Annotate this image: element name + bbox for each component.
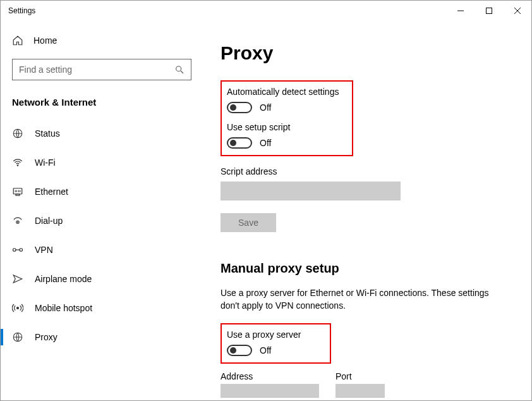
airplane-icon bbox=[12, 273, 23, 285]
use-proxy-state: Off bbox=[260, 345, 271, 355]
script-address-label: Script address bbox=[221, 166, 512, 176]
sidebar: Home Find a setting Network & Internet S… bbox=[1, 21, 203, 400]
main-panel: Proxy Automatically detect settings Off … bbox=[203, 21, 531, 400]
use-proxy-label: Use a proxy server bbox=[227, 330, 321, 340]
sidebar-item-label: Status bbox=[35, 128, 60, 139]
search-placeholder: Find a setting bbox=[19, 65, 72, 75]
use-proxy-toggle[interactable] bbox=[227, 345, 252, 356]
auto-detect-label: Automatically detect settings bbox=[227, 87, 343, 97]
settings-window: Settings Home Find a setting bbox=[0, 0, 532, 401]
svg-point-19 bbox=[17, 307, 19, 309]
address-label: Address bbox=[221, 371, 319, 381]
close-button[interactable] bbox=[503, 1, 531, 21]
search-icon bbox=[174, 65, 184, 75]
sidebar-section-title: Network & Internet bbox=[1, 88, 203, 119]
script-address-input[interactable] bbox=[221, 182, 401, 200]
svg-point-15 bbox=[17, 222, 18, 223]
sidebar-item-hotspot[interactable]: Mobile hotspot bbox=[1, 293, 203, 323]
setup-script-toggle[interactable] bbox=[227, 137, 252, 149]
manual-section-desc: Use a proxy server for Ethernet or Wi-Fi… bbox=[221, 287, 492, 312]
setup-script-state: Off bbox=[260, 138, 271, 148]
minimize-button[interactable] bbox=[446, 1, 475, 21]
wifi-icon bbox=[12, 157, 23, 168]
svg-rect-1 bbox=[486, 8, 492, 14]
vpn-icon bbox=[12, 245, 23, 254]
sidebar-item-vpn[interactable]: VPN bbox=[1, 235, 203, 264]
sidebar-item-label: Ethernet bbox=[35, 187, 68, 197]
auto-detect-toggle[interactable] bbox=[227, 102, 252, 113]
sidebar-item-ethernet[interactable]: Ethernet bbox=[1, 177, 203, 206]
window-controls bbox=[446, 1, 531, 21]
dialup-icon bbox=[12, 215, 23, 226]
sidebar-item-label: Dial-up bbox=[35, 216, 63, 226]
sidebar-item-label: Mobile hotspot bbox=[35, 303, 92, 313]
svg-point-17 bbox=[20, 249, 23, 252]
sidebar-nav: Status Wi-Fi Ethernet bbox=[1, 119, 203, 352]
svg-line-5 bbox=[181, 71, 183, 73]
sidebar-item-label: Airplane mode bbox=[35, 274, 92, 284]
status-icon bbox=[12, 128, 23, 139]
highlight-proxy-box: Use a proxy server Off bbox=[221, 323, 331, 364]
home-label: Home bbox=[33, 35, 57, 46]
search-input[interactable]: Find a setting bbox=[12, 59, 191, 80]
ethernet-icon bbox=[12, 186, 23, 197]
svg-point-4 bbox=[176, 66, 181, 71]
sidebar-item-proxy[interactable]: Proxy bbox=[1, 323, 203, 352]
hotspot-icon bbox=[12, 302, 23, 314]
sidebar-item-wifi[interactable]: Wi-Fi bbox=[1, 148, 203, 177]
window-title: Settings bbox=[8, 6, 35, 15]
maximize-button[interactable] bbox=[475, 1, 503, 21]
home-link[interactable]: Home bbox=[1, 27, 203, 54]
sidebar-item-airplane[interactable]: Airplane mode bbox=[1, 264, 203, 293]
port-input[interactable] bbox=[336, 384, 385, 398]
save-button[interactable]: Save bbox=[221, 213, 276, 232]
save-button-label: Save bbox=[238, 218, 258, 228]
svg-point-16 bbox=[13, 249, 16, 252]
svg-point-7 bbox=[17, 165, 18, 166]
content-area: Home Find a setting Network & Internet S… bbox=[1, 21, 531, 400]
manual-section-header: Manual proxy setup bbox=[221, 261, 512, 276]
auto-detect-state: Off bbox=[260, 102, 271, 113]
setup-script-label: Use setup script bbox=[227, 122, 343, 132]
svg-rect-8 bbox=[13, 188, 22, 194]
sidebar-item-label: Proxy bbox=[35, 332, 57, 342]
sidebar-item-status[interactable]: Status bbox=[1, 119, 203, 148]
titlebar: Settings bbox=[1, 1, 531, 21]
svg-rect-9 bbox=[16, 194, 20, 195]
highlight-auto-box: Automatically detect settings Off Use se… bbox=[221, 80, 353, 156]
address-input[interactable] bbox=[221, 384, 319, 398]
sidebar-item-label: VPN bbox=[35, 245, 53, 255]
home-icon bbox=[12, 35, 23, 46]
address-port-row: Address Port bbox=[221, 371, 512, 398]
proxy-icon bbox=[12, 331, 23, 343]
sidebar-item-label: Wi-Fi bbox=[35, 157, 56, 168]
port-label: Port bbox=[336, 371, 385, 381]
page-title: Proxy bbox=[221, 42, 512, 64]
sidebar-item-dialup[interactable]: Dial-up bbox=[1, 206, 203, 235]
